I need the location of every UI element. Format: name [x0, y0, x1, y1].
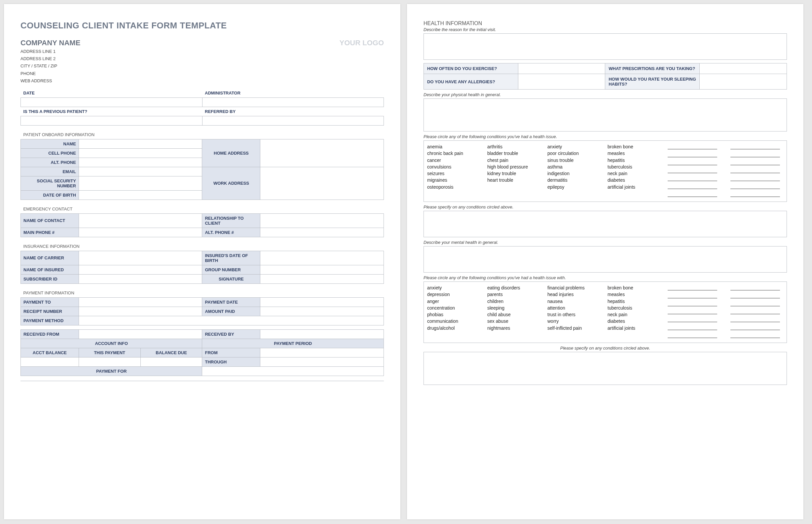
blank-line[interactable]: [668, 308, 717, 314]
phys-specify-input[interactable]: [424, 211, 787, 237]
blank-line[interactable]: [730, 324, 780, 330]
condition-item[interactable]: concentration: [427, 305, 477, 311]
this-payment-input[interactable]: [79, 357, 140, 366]
condition-item[interactable]: diabetes: [608, 177, 658, 183]
mental-conditions-box[interactable]: anxietydepressionangerconcentrationphobi…: [424, 281, 787, 343]
ec-name-input[interactable]: [79, 213, 202, 228]
condition-item[interactable]: anxiety: [547, 143, 598, 150]
blank-line[interactable]: [730, 175, 780, 181]
insured-name-input[interactable]: [79, 265, 202, 274]
condition-item[interactable]: osteoporosis: [427, 184, 477, 190]
blank-line[interactable]: [668, 143, 717, 149]
payment-method-input[interactable]: [79, 316, 383, 325]
condition-item[interactable]: attention: [547, 305, 598, 311]
balance-due-input[interactable]: [140, 357, 202, 366]
physical-health-input[interactable]: [424, 98, 787, 131]
blank-line[interactable]: [730, 183, 780, 189]
condition-item[interactable]: sinus trouble: [547, 157, 598, 164]
condition-item[interactable]: phobias: [427, 311, 477, 318]
mental-health-input[interactable]: [424, 246, 787, 273]
condition-item[interactable]: financial problems: [547, 284, 598, 291]
blank-line[interactable]: [668, 324, 717, 330]
condition-item[interactable]: kidney trouble: [487, 170, 537, 177]
condition-item[interactable]: indigestion: [547, 170, 598, 177]
dob-input[interactable]: [79, 190, 202, 199]
blank-line[interactable]: [730, 151, 780, 157]
condition-item[interactable]: arthritis: [487, 143, 537, 150]
blank-line[interactable]: [668, 167, 717, 173]
condition-item[interactable]: seizures: [427, 170, 477, 177]
reason-input[interactable]: [424, 33, 787, 60]
condition-item[interactable]: head injuries: [547, 291, 598, 298]
condition-item[interactable]: poor circulation: [547, 150, 598, 157]
alt-phone-input[interactable]: [79, 158, 202, 167]
blank-line[interactable]: [730, 308, 780, 314]
condition-item[interactable]: measles: [608, 150, 658, 157]
acct-balance-input[interactable]: [21, 357, 79, 366]
blank-line[interactable]: [668, 332, 717, 338]
blank-line[interactable]: [730, 191, 780, 197]
condition-item[interactable]: epilepsy: [547, 184, 598, 190]
blank-line[interactable]: [730, 167, 780, 173]
condition-item[interactable]: artificial joints: [608, 325, 658, 331]
cell-phone-input[interactable]: [79, 148, 202, 158]
condition-item[interactable]: sleeping: [487, 305, 537, 311]
condition-item[interactable]: anger: [427, 298, 477, 305]
condition-item[interactable]: hepatitis: [608, 157, 658, 164]
condition-item[interactable]: broken bone: [608, 284, 658, 291]
allergies-input[interactable]: [518, 74, 605, 89]
blank-line[interactable]: [668, 183, 717, 189]
from-input[interactable]: [260, 348, 384, 357]
condition-item[interactable]: depression: [427, 291, 477, 298]
condition-item[interactable]: dermatitis: [547, 177, 598, 183]
blank-line[interactable]: [668, 191, 717, 197]
condition-item[interactable]: high blood pressure: [487, 164, 537, 170]
receipt-number-input[interactable]: [79, 307, 202, 316]
condition-item[interactable]: measles: [608, 291, 658, 298]
blank-line[interactable]: [730, 284, 780, 291]
prescriptions-input[interactable]: [700, 63, 787, 74]
name-input[interactable]: [79, 139, 202, 148]
ssn-input[interactable]: [79, 176, 202, 190]
carrier-input[interactable]: [79, 251, 202, 265]
ec-rel-input[interactable]: [260, 213, 384, 228]
home-address-input[interactable]: [260, 139, 384, 167]
blank-line[interactable]: [730, 332, 780, 338]
condition-item[interactable]: children: [487, 298, 537, 305]
condition-item[interactable]: artificial joints: [608, 184, 658, 190]
insured-dob-input[interactable]: [260, 251, 384, 265]
group-number-input[interactable]: [260, 265, 384, 274]
ec-main-phone-input[interactable]: [79, 228, 202, 237]
condition-item[interactable]: broken bone: [608, 143, 658, 150]
condition-item[interactable]: heart trouble: [487, 177, 537, 183]
condition-item[interactable]: nightmares: [487, 325, 537, 331]
date-input[interactable]: [21, 97, 202, 107]
payment-to-input[interactable]: [79, 297, 202, 307]
referred-by-input[interactable]: [202, 116, 384, 125]
blank-line[interactable]: [668, 284, 717, 291]
condition-item[interactable]: communication: [427, 318, 477, 325]
blank-line[interactable]: [730, 300, 780, 306]
blank-line[interactable]: [668, 175, 717, 181]
subscriber-id-input[interactable]: [79, 274, 202, 283]
blank-line[interactable]: [668, 300, 717, 306]
blank-line[interactable]: [668, 151, 717, 157]
condition-item[interactable]: chronic back pain: [427, 150, 477, 157]
ec-alt-phone-input[interactable]: [260, 228, 384, 237]
condition-item[interactable]: nausea: [547, 298, 598, 305]
blank-line[interactable]: [668, 292, 717, 298]
blank-line[interactable]: [730, 316, 780, 322]
condition-item[interactable]: chest pain: [487, 157, 537, 164]
condition-item[interactable]: cancer: [427, 157, 477, 164]
condition-item[interactable]: sex abuse: [487, 318, 537, 325]
condition-item[interactable]: eating disorders: [487, 284, 537, 291]
received-by-input[interactable]: [260, 329, 384, 339]
previous-patient-input[interactable]: [21, 116, 202, 125]
payment-for-input[interactable]: [202, 366, 384, 376]
exercise-input[interactable]: [518, 63, 605, 74]
condition-item[interactable]: convulsions: [427, 164, 477, 170]
condition-item[interactable]: diabetes: [608, 318, 658, 325]
condition-item[interactable]: hepatitis: [608, 298, 658, 305]
condition-item[interactable]: self-inflicted pain: [547, 325, 598, 331]
blank-line[interactable]: [730, 292, 780, 298]
